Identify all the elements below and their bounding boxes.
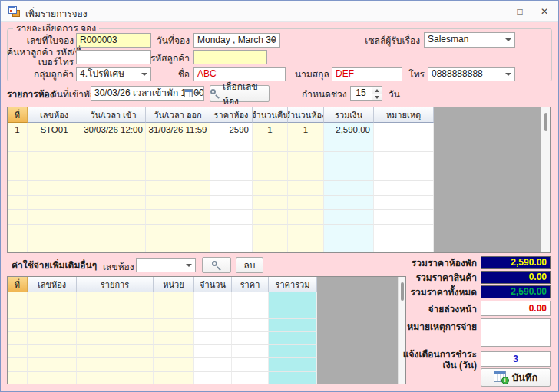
cell[interactable] bbox=[28, 305, 77, 318]
cell[interactable] bbox=[288, 225, 324, 239]
cell[interactable] bbox=[146, 137, 210, 152]
cell[interactable] bbox=[8, 225, 28, 239]
cell[interactable] bbox=[253, 225, 288, 239]
cell[interactable] bbox=[253, 210, 288, 225]
cell[interactable] bbox=[28, 358, 77, 371]
cell[interactable] bbox=[324, 196, 374, 210]
cell[interactable] bbox=[374, 152, 434, 166]
cell[interactable] bbox=[81, 181, 146, 196]
cell[interactable]: 1 bbox=[8, 123, 28, 137]
cell[interactable] bbox=[154, 305, 194, 318]
cell[interactable] bbox=[324, 239, 374, 253]
extras-delete-button[interactable]: ลบ bbox=[236, 257, 263, 273]
column-header[interactable]: รายการ bbox=[77, 277, 154, 292]
cell[interactable] bbox=[146, 239, 210, 253]
cell[interactable]: STO01 bbox=[28, 123, 81, 137]
cell[interactable] bbox=[28, 181, 81, 196]
cell[interactable] bbox=[8, 239, 28, 253]
booking-no-field[interactable]: R000003 bbox=[76, 33, 151, 48]
cell[interactable] bbox=[324, 181, 374, 196]
cell[interactable] bbox=[194, 292, 232, 305]
cell[interactable] bbox=[8, 166, 28, 181]
cell[interactable] bbox=[28, 345, 77, 358]
cell[interactable] bbox=[374, 239, 434, 253]
cell[interactable] bbox=[8, 292, 28, 305]
cell[interactable] bbox=[210, 137, 253, 152]
cell[interactable] bbox=[28, 210, 81, 225]
cell[interactable] bbox=[232, 358, 269, 371]
cell[interactable] bbox=[8, 305, 28, 318]
column-header[interactable]: จำนวนคืน bbox=[253, 107, 288, 123]
cell[interactable] bbox=[288, 166, 324, 181]
column-header[interactable]: จำนวน bbox=[194, 277, 232, 292]
column-header[interactable]: วัน/เวลา ออก bbox=[146, 107, 210, 123]
stepper-up-button[interactable] bbox=[372, 87, 382, 94]
cell[interactable] bbox=[28, 319, 77, 332]
cell[interactable] bbox=[8, 152, 28, 166]
maximize-button[interactable]: □ bbox=[508, 1, 532, 21]
cell[interactable] bbox=[146, 181, 210, 196]
cell[interactable] bbox=[253, 137, 288, 152]
cell[interactable] bbox=[154, 345, 194, 358]
cell[interactable] bbox=[269, 358, 317, 371]
cell[interactable] bbox=[288, 239, 324, 253]
column-header[interactable]: เลขห้อง bbox=[28, 277, 77, 292]
cell[interactable] bbox=[28, 372, 77, 384]
cell[interactable] bbox=[232, 372, 269, 384]
cell[interactable] bbox=[288, 152, 324, 166]
cell[interactable] bbox=[81, 239, 146, 253]
cell[interactable] bbox=[154, 292, 194, 305]
cell[interactable] bbox=[232, 345, 269, 358]
vertical-scrollbar[interactable] bbox=[541, 107, 550, 252]
cell[interactable] bbox=[8, 137, 28, 152]
cell[interactable] bbox=[374, 225, 434, 239]
cell[interactable] bbox=[232, 292, 269, 305]
cell[interactable] bbox=[28, 137, 81, 152]
advance-payment-field[interactable]: 0.00 bbox=[481, 301, 551, 316]
cell[interactable] bbox=[81, 152, 146, 166]
cell[interactable] bbox=[8, 196, 28, 210]
cell[interactable] bbox=[154, 358, 194, 371]
cell[interactable] bbox=[146, 196, 210, 210]
sales-combobox[interactable]: Salesman bbox=[424, 32, 515, 48]
cell[interactable] bbox=[253, 166, 288, 181]
column-header[interactable]: รวมเงิน bbox=[324, 107, 374, 123]
cell[interactable] bbox=[28, 332, 77, 345]
cell[interactable] bbox=[77, 319, 154, 332]
cell[interactable] bbox=[8, 372, 28, 384]
cell[interactable] bbox=[154, 372, 194, 384]
column-header[interactable]: วัน/เวลา เข้า bbox=[81, 107, 146, 123]
cell[interactable]: 2590 bbox=[210, 123, 253, 137]
cell[interactable] bbox=[374, 210, 434, 225]
cell[interactable] bbox=[77, 345, 154, 358]
cell[interactable] bbox=[324, 225, 374, 239]
cell[interactable] bbox=[374, 137, 434, 152]
cell[interactable] bbox=[324, 210, 374, 225]
cell[interactable] bbox=[324, 166, 374, 181]
reminder-days-field[interactable]: 3 bbox=[481, 351, 551, 367]
cell[interactable] bbox=[210, 166, 253, 181]
cell[interactable]: 1 bbox=[288, 123, 324, 137]
cell[interactable] bbox=[28, 152, 81, 166]
cell[interactable] bbox=[288, 196, 324, 210]
cell[interactable] bbox=[210, 196, 253, 210]
cell[interactable] bbox=[253, 152, 288, 166]
cell[interactable] bbox=[194, 358, 232, 371]
last-name-field[interactable]: DEF bbox=[332, 67, 402, 81]
close-button[interactable]: ✕ bbox=[532, 1, 557, 21]
cell[interactable] bbox=[324, 137, 374, 152]
cell[interactable] bbox=[194, 332, 232, 345]
cell[interactable] bbox=[77, 332, 154, 345]
cell[interactable] bbox=[374, 181, 434, 196]
cell[interactable] bbox=[194, 305, 232, 318]
cell[interactable] bbox=[269, 332, 317, 345]
column-header[interactable]: เลขห้อง bbox=[28, 107, 81, 123]
cell[interactable] bbox=[8, 319, 28, 332]
cell[interactable] bbox=[288, 181, 324, 196]
range-days-stepper[interactable]: 15 bbox=[350, 86, 382, 101]
stepper-down-button[interactable] bbox=[372, 94, 382, 100]
cell[interactable] bbox=[154, 332, 194, 345]
cell[interactable] bbox=[374, 196, 434, 210]
cell[interactable] bbox=[8, 345, 28, 358]
cell[interactable]: 31/03/26 11:59 bbox=[146, 123, 210, 137]
